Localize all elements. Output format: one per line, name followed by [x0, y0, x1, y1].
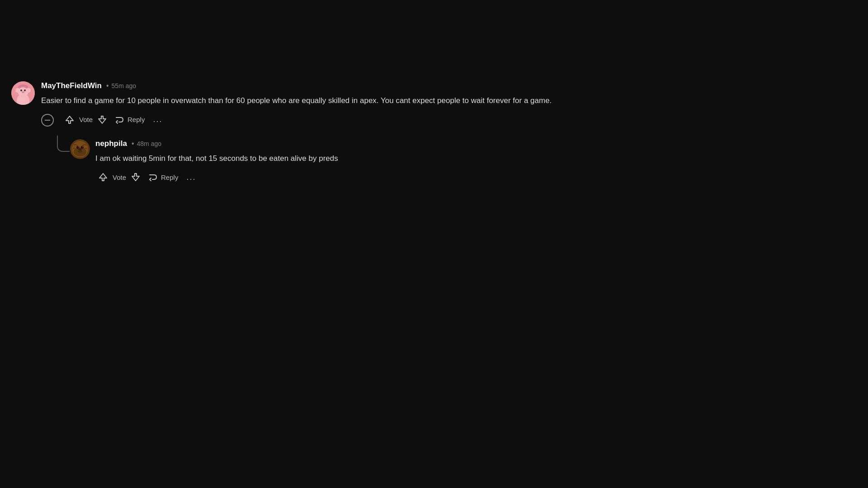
- reply-reply-button[interactable]: Reply: [145, 170, 181, 184]
- reply-reply-label: Reply: [161, 174, 178, 181]
- downvote-icon: [97, 115, 107, 125]
- comment-header: MayTheFieldWin • 55m ago: [41, 81, 868, 90]
- svg-point-14: [82, 146, 83, 147]
- comment-username: MayTheFieldWin: [41, 81, 102, 90]
- avatar: [11, 81, 35, 105]
- reply-downvote-icon: [131, 172, 141, 182]
- reply-upvote-icon: [98, 172, 108, 182]
- reply-downvote-button[interactable]: [128, 170, 143, 184]
- comment-timestamp: 55m ago: [112, 82, 136, 89]
- reply-actions-row: Vote: [95, 170, 868, 184]
- reply-body: nephpila • 48m ago I am ok waiting 5min …: [95, 139, 868, 193]
- thread-line: [54, 136, 66, 193]
- reply-username: nephpila: [95, 139, 127, 148]
- vote-label: Vote: [79, 116, 93, 123]
- collapse-button[interactable]: [41, 114, 54, 127]
- svg-point-15: [78, 148, 82, 151]
- downvote-button[interactable]: [94, 113, 110, 127]
- reply-icon: [114, 115, 124, 125]
- reply-reply-icon: [148, 172, 158, 182]
- upvote-icon: [65, 115, 75, 125]
- reply-upvote-button[interactable]: [95, 170, 111, 184]
- reply-section: nephpila • 48m ago I am ok waiting 5min …: [41, 136, 868, 193]
- svg-point-3: [15, 88, 20, 93]
- svg-point-4: [26, 88, 31, 93]
- svg-point-12: [81, 146, 84, 149]
- svg-point-13: [78, 146, 79, 147]
- thread-curve-shape: [57, 136, 70, 152]
- reply-timestamp: 48m ago: [137, 140, 161, 147]
- reply-vote-label: Vote: [113, 174, 126, 181]
- reply-button[interactable]: Reply: [112, 113, 147, 127]
- comment-text: Easier to find a game for 10 people in o…: [41, 95, 651, 107]
- reply-avatar: [70, 139, 90, 159]
- comment-body: MayTheFieldWin • 55m ago Easier to find …: [41, 81, 868, 193]
- more-icon: ...: [153, 115, 162, 124]
- svg-point-6: [24, 89, 26, 91]
- reply-dot: •: [132, 140, 134, 148]
- reply-label: Reply: [127, 116, 145, 123]
- comment-item: MayTheFieldWin • 55m ago Easier to find …: [11, 81, 868, 193]
- comment-dot: •: [106, 82, 109, 90]
- more-options-button[interactable]: ...: [149, 113, 166, 126]
- page-container: MayTheFieldWin • 55m ago Easier to find …: [0, 0, 868, 193]
- reply-text: I am ok waiting 5min for that, not 15 se…: [95, 153, 706, 164]
- collapse-icon: [45, 120, 50, 121]
- reply-header: nephpila • 48m ago: [95, 139, 868, 148]
- reply-more-button[interactable]: ...: [183, 171, 199, 184]
- svg-point-7: [22, 91, 24, 93]
- reply-more-icon: ...: [186, 173, 196, 182]
- comment-actions-row: Vote: [41, 113, 868, 127]
- svg-point-5: [20, 89, 22, 91]
- svg-point-11: [76, 146, 79, 149]
- upvote-button[interactable]: [62, 113, 77, 127]
